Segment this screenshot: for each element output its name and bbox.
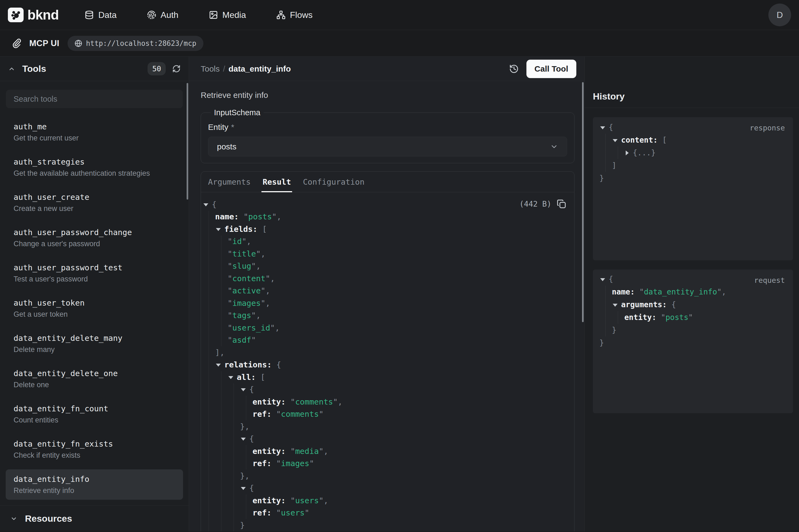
request-label: request: [754, 276, 785, 284]
tab-result[interactable]: Result: [263, 172, 291, 192]
result-json-viewer: (442 B) {name: "posts",fields: ["id","ti…: [201, 192, 574, 531]
history-button[interactable]: [509, 64, 519, 74]
collapse-triangle-icon[interactable]: [600, 126, 605, 129]
tool-desc: Test a user's password: [14, 274, 175, 284]
tabs: Arguments Result Configuration: [201, 172, 574, 192]
nav-label-media: Media: [222, 10, 246, 20]
main-scrollbar[interactable]: [582, 82, 584, 322]
tool-item-data_entity_delete_one[interactable]: data_entity_delete_oneDelete one: [6, 364, 183, 394]
json-line: {: [203, 383, 567, 396]
nav-item-flows[interactable]: Flows: [277, 10, 313, 20]
user-avatar[interactable]: D: [768, 3, 791, 26]
nav-item-media[interactable]: Media: [209, 10, 246, 20]
tab-arguments[interactable]: Arguments: [208, 172, 251, 192]
json-line: entity: "comments",: [203, 396, 567, 408]
resources-section[interactable]: Resources: [0, 506, 189, 531]
json-line: {: [203, 198, 567, 211]
json-line: arguments: {: [600, 298, 785, 311]
bknd-logo[interactable]: bknd: [8, 7, 59, 23]
json-line: }: [203, 519, 567, 531]
chevron-down-icon: [550, 142, 558, 151]
resources-title: Resources: [25, 513, 72, 524]
collapse-triangle-icon[interactable]: [613, 304, 617, 307]
json-line: entity: "users",: [203, 494, 567, 507]
collapse-triangle-icon[interactable]: [216, 228, 221, 231]
tool-desc: Get the available authentication strateg…: [14, 169, 175, 178]
entity-select[interactable]: posts: [208, 137, 567, 156]
json-line: "users_id",: [203, 322, 567, 334]
json-line: {: [203, 433, 567, 445]
entity-select-value: posts: [217, 142, 236, 151]
json-line: all: [: [203, 371, 567, 383]
chevron-down-icon: [10, 515, 17, 522]
history-icon: [509, 64, 519, 74]
breadcrumb-tools[interactable]: Tools: [201, 64, 220, 74]
history-response-card[interactable]: response {content: [{...}]}: [593, 117, 793, 260]
json-line: }: [600, 324, 785, 337]
tool-item-auth_me[interactable]: auth_meGet the current user: [6, 117, 183, 147]
json-line: ],: [203, 346, 567, 359]
collapse-triangle-icon[interactable]: [241, 487, 246, 490]
collapse-triangle-icon[interactable]: [241, 388, 246, 391]
breadcrumb: Tools / data_entity_info: [201, 64, 291, 74]
chevron-up-icon[interactable]: [8, 65, 15, 72]
main-panel: Tools / data_entity_info Call Tool Retri…: [189, 57, 585, 531]
history-request-card[interactable]: request {name: "data_entity_info",argume…: [593, 269, 793, 413]
tab-configuration[interactable]: Configuration: [303, 172, 364, 192]
copy-button[interactable]: [557, 199, 566, 209]
collapse-triangle-icon[interactable]: [613, 139, 617, 142]
result-card: Arguments Result Configuration (442 B) {…: [201, 171, 574, 531]
collapse-triangle-icon[interactable]: [600, 278, 605, 281]
json-line: name: "data_entity_info",: [600, 286, 785, 298]
search-input[interactable]: [6, 90, 183, 108]
collapse-triangle-icon[interactable]: [241, 438, 246, 441]
json-line: content: [: [600, 134, 785, 147]
json-line: ref: "comments": [203, 408, 567, 421]
collapse-triangle-icon[interactable]: [204, 203, 208, 206]
mcp-url: http://localhost:28623/mcp: [86, 39, 196, 48]
sidebar-scrollbar[interactable]: [187, 83, 188, 200]
expand-triangle-icon[interactable]: [626, 151, 629, 155]
tool-name: auth_user_create: [14, 192, 175, 202]
fingerprint-icon: [147, 10, 156, 20]
breadcrumb-current: data_entity_info: [228, 64, 291, 74]
refresh-icon: [172, 64, 180, 73]
tool-item-auth_user_create[interactable]: auth_user_createCreate a new user: [6, 187, 183, 218]
call-tool-button[interactable]: Call Tool: [527, 60, 576, 78]
avatar-initial: D: [777, 10, 783, 20]
tool-item-data_entity_info[interactable]: data_entity_infoRetrieve entity info: [6, 469, 183, 500]
tool-item-auth_strategies[interactable]: auth_strategiesGet the available authent…: [6, 152, 183, 183]
mcp-bar: MCP UI http://localhost:28623/mcp: [0, 30, 799, 57]
tool-name: data_entity_info: [14, 474, 175, 484]
json-line: "content",: [203, 272, 567, 285]
tools-sidebar: Tools 50 auth_meGet the current userauth…: [0, 57, 189, 531]
tool-item-data_entity_delete_many[interactable]: data_entity_delete_manyDelete many: [6, 328, 183, 359]
mcp-url-pill[interactable]: http://localhost:28623/mcp: [68, 36, 204, 51]
tool-name: auth_user_password_test: [14, 263, 175, 273]
nav-item-auth[interactable]: Auth: [147, 10, 178, 20]
nav-item-data[interactable]: Data: [84, 10, 117, 20]
tool-item-auth_user_password_change[interactable]: auth_user_password_changeChange a user's…: [6, 223, 183, 253]
tool-desc: Retrieve entity info: [14, 486, 175, 495]
refresh-button[interactable]: [172, 64, 180, 73]
required-mark: *: [231, 122, 234, 132]
tool-item-auth_user_password_test[interactable]: auth_user_password_testTest a user's pas…: [6, 258, 183, 288]
tool-item-data_entity_fn_count[interactable]: data_entity_fn_countCount entities: [6, 399, 183, 429]
collapse-triangle-icon[interactable]: [228, 376, 233, 379]
tool-list: auth_meGet the current userauth_strategi…: [0, 117, 189, 506]
tool-name: data_entity_fn_exists: [14, 439, 175, 449]
json-line: name: "posts",: [203, 211, 567, 223]
nav-label-flows: Flows: [290, 10, 313, 20]
breadcrumb-separator: /: [223, 64, 225, 74]
tool-desc: Create a new user: [14, 204, 175, 213]
tool-item-auth_user_token[interactable]: auth_user_tokenGet a user token: [6, 293, 183, 323]
tool-desc: Delete one: [14, 380, 175, 390]
brand-name: bknd: [27, 7, 59, 23]
collapse-triangle-icon[interactable]: [216, 364, 221, 366]
database-icon: [84, 10, 94, 20]
json-line: entity: "media",: [203, 445, 567, 457]
tool-item-data_entity_fn_exists[interactable]: data_entity_fn_existsCheck if entity exi…: [6, 434, 183, 464]
json-line: "tags",: [203, 309, 567, 322]
history-header: History: [585, 57, 799, 108]
history-title: History: [593, 91, 625, 102]
